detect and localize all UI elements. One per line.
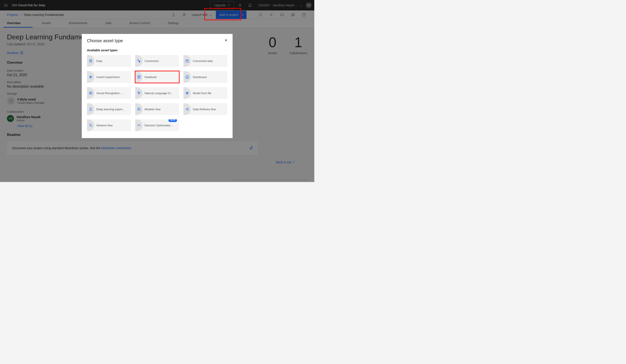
ai-icon: [87, 71, 94, 83]
asset-card-connection[interactable]: Connection: [135, 55, 179, 67]
svg-point-20: [140, 92, 140, 93]
asset-label: Notebook: [145, 76, 179, 79]
model-icon: [183, 87, 191, 99]
svg-point-26: [186, 109, 187, 110]
svg-point-18: [90, 93, 91, 93]
asset-card-natural-language-cl[interactable]: Natural Language Cl…: [135, 87, 179, 99]
asset-label: Deep learning experi…: [96, 108, 131, 111]
asset-card-model-from-file[interactable]: Model from file: [183, 87, 227, 99]
asset-card-deep-learning-experi[interactable]: Deep learning experi…: [87, 103, 131, 115]
svg-point-14: [90, 77, 91, 78]
svg-point-28: [188, 110, 189, 111]
asset-label: Modeler flow: [145, 108, 179, 111]
asset-label: Visual Recognition …: [96, 91, 131, 95]
svg-point-10: [138, 60, 139, 61]
asset-label: Streams flow: [96, 124, 131, 127]
link-icon: [135, 55, 143, 67]
file-icon: [87, 55, 94, 67]
svg-rect-17: [89, 92, 92, 94]
asset-card-notebook[interactable]: Notebook: [135, 71, 179, 83]
svg-point-23: [187, 93, 188, 93]
asset-card-visual-recognition[interactable]: Visual Recognition …: [87, 87, 131, 99]
svg-rect-9: [89, 60, 92, 62]
asset-grid: DataConnectionConnected dataAutoAI exper…: [87, 55, 227, 131]
svg-point-19: [138, 92, 138, 93]
asset-card-decision-optimizatio[interactable]: Decision Optimizatio…NEW: [135, 119, 179, 131]
svg-point-25: [140, 110, 140, 111]
book-icon: [135, 71, 143, 83]
import-icon: [183, 55, 191, 67]
asset-card-data[interactable]: Data: [87, 55, 131, 67]
stream-icon: [87, 119, 94, 131]
modal-overlay: Choose asset type ✕ Available asset type…: [0, 0, 314, 182]
asset-card-streams-flow[interactable]: Streams flow: [87, 119, 131, 131]
new-badge: NEW: [168, 119, 177, 122]
asset-card-data-refinery-flow[interactable]: Data Refinery flow: [183, 103, 227, 115]
flask-icon: [87, 103, 94, 115]
vision-icon: [87, 87, 94, 99]
decision-icon: [135, 119, 143, 131]
asset-label: Data Refinery flow: [193, 108, 227, 111]
asset-label: Natural Language Cl…: [145, 91, 179, 95]
flow-icon: [135, 103, 143, 115]
modal-title: Choose asset type: [87, 38, 123, 43]
choose-asset-type-modal: Choose asset type ✕ Available asset type…: [82, 34, 233, 138]
asset-label: Model from file: [193, 91, 227, 95]
svg-point-24: [138, 108, 138, 109]
asset-label: Connected data: [193, 59, 227, 63]
asset-label: Decision Optimizatio…: [145, 124, 179, 127]
chart-icon: [183, 71, 191, 83]
svg-point-27: [188, 108, 189, 109]
asset-card-modeler-flow[interactable]: Modeler flow: [135, 103, 179, 115]
nlp-icon: [135, 87, 143, 99]
svg-point-21: [139, 94, 139, 94]
asset-card-connected-data[interactable]: Connected data: [183, 55, 227, 67]
asset-card-autoai-experiment[interactable]: AutoAI experiment: [87, 71, 131, 83]
svg-point-11: [139, 61, 140, 62]
close-icon[interactable]: ✕: [225, 38, 227, 42]
refinery-icon: [183, 103, 191, 115]
modal-subtitle: Available asset types: [87, 48, 227, 52]
asset-label: Data: [96, 59, 131, 63]
asset-label: Connection: [145, 59, 179, 63]
asset-card-dashboard[interactable]: Dashboard: [183, 71, 227, 83]
asset-label: Dashboard: [193, 76, 227, 79]
asset-label: AutoAI experiment: [96, 76, 131, 79]
